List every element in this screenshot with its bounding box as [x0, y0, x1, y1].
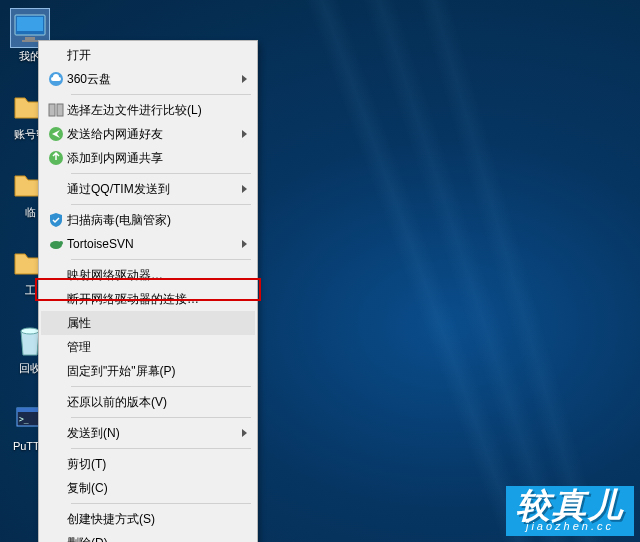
context-menu-label: 映射网络驱动器… [67, 267, 231, 284]
context-menu-item-15[interactable]: 剪切(T) [41, 452, 255, 476]
context-menu-label: 剪切(T) [67, 456, 231, 473]
context-menu-item-2[interactable]: 选择左边文件进行比较(L) [41, 98, 255, 122]
context-menu-item-17[interactable]: 创建快捷方式(S) [41, 507, 255, 531]
context-menu-label: 创建快捷方式(S) [67, 511, 231, 528]
context-menu-item-0[interactable]: 打开 [41, 43, 255, 67]
share-icon [45, 150, 67, 166]
context-menu: 打开360云盘选择左边文件进行比较(L)发送给内网通好友添加到内网通共享通过QQ… [38, 40, 258, 542]
cloud-icon [45, 71, 67, 87]
context-menu-item-4[interactable]: 添加到内网通共享 [41, 146, 255, 170]
compare-icon [45, 102, 67, 118]
svg-point-14 [59, 241, 63, 245]
context-menu-label: 固定到"开始"屏幕(P) [67, 363, 231, 380]
separator [71, 94, 251, 95]
watermark-main: 较真儿 [516, 488, 624, 522]
svg-rect-1 [17, 17, 43, 31]
context-menu-item-18[interactable]: 删除(D) [41, 531, 255, 542]
desktop-icon-label: 工 [25, 284, 36, 296]
context-menu-item-1[interactable]: 360云盘 [41, 67, 255, 91]
context-menu-item-7[interactable]: TortoiseSVN [41, 232, 255, 256]
context-menu-item-11[interactable]: 管理 [41, 335, 255, 359]
context-menu-item-6[interactable]: 扫描病毒(电脑管家) [41, 208, 255, 232]
blank-icon [45, 181, 67, 197]
context-menu-item-16[interactable]: 复制(C) [41, 476, 255, 500]
desktop-icon-label: 临 [25, 206, 36, 218]
svg-point-4 [21, 328, 39, 334]
svg-rect-3 [22, 40, 38, 42]
context-menu-label: 添加到内网通共享 [67, 150, 231, 167]
svg-rect-10 [57, 104, 63, 116]
svg-rect-2 [25, 37, 35, 40]
context-menu-label: 发送给内网通好友 [67, 126, 231, 143]
context-menu-label: 还原以前的版本(V) [67, 394, 231, 411]
shield-icon [45, 212, 67, 228]
separator [71, 503, 251, 504]
context-menu-item-3[interactable]: 发送给内网通好友 [41, 122, 255, 146]
context-menu-label: 删除(D) [67, 535, 231, 543]
context-menu-label: 打开 [67, 47, 231, 64]
watermark-sub: jiaozhen.cc [526, 520, 614, 532]
separator [71, 204, 251, 205]
watermark: 较真儿 jiaozhen.cc [506, 486, 634, 536]
chevron-right-icon [242, 429, 247, 437]
tortoise-icon [45, 236, 67, 252]
context-menu-item-9[interactable]: 断开网络驱动器的连接… [41, 287, 255, 311]
separator [71, 259, 251, 260]
context-menu-label: 选择左边文件进行比较(L) [67, 102, 231, 119]
context-menu-label: TortoiseSVN [67, 237, 231, 251]
separator [71, 448, 251, 449]
context-menu-label: 扫描病毒(电脑管家) [67, 212, 231, 229]
chevron-right-icon [242, 240, 247, 248]
context-menu-item-10[interactable]: 属性 [41, 311, 255, 335]
context-menu-item-5[interactable]: 通过QQ/TIM发送到 [41, 177, 255, 201]
context-menu-label: 通过QQ/TIM发送到 [67, 181, 231, 198]
context-menu-item-8[interactable]: 映射网络驱动器… [41, 263, 255, 287]
context-menu-item-14[interactable]: 发送到(N) [41, 421, 255, 445]
svg-rect-9 [49, 104, 55, 116]
svg-text:>_: >_ [19, 415, 29, 424]
context-menu-label: 复制(C) [67, 480, 231, 497]
separator [71, 173, 251, 174]
context-menu-item-12[interactable]: 固定到"开始"屏幕(P) [41, 359, 255, 383]
context-menu-item-13[interactable]: 还原以前的版本(V) [41, 390, 255, 414]
context-menu-label: 属性 [67, 315, 231, 332]
chevron-right-icon [242, 130, 247, 138]
separator [71, 386, 251, 387]
chevron-right-icon [242, 75, 247, 83]
chevron-right-icon [242, 185, 247, 193]
context-menu-label: 管理 [67, 339, 231, 356]
context-menu-label: 断开网络驱动器的连接… [67, 291, 231, 308]
separator [71, 417, 251, 418]
context-menu-label: 发送到(N) [67, 425, 231, 442]
context-menu-label: 360云盘 [67, 71, 231, 88]
send-icon [45, 126, 67, 142]
